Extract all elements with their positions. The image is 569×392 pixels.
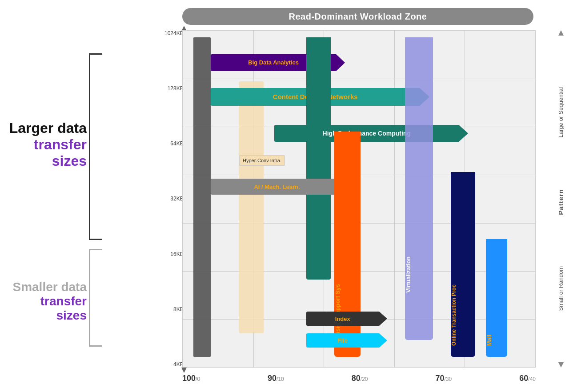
- x-axis: 100/0 90/10 80/20 70/30 60/40: [182, 374, 536, 383]
- right-axis-pattern-label: Pattern: [557, 189, 565, 215]
- right-axis-arrow-up: [558, 30, 564, 36]
- big-data-vert: [193, 37, 211, 357]
- mail-label: Mail: [486, 333, 507, 348]
- oltp-label: Online Transaction Proc: [451, 283, 476, 348]
- x-label-80: 80/20: [352, 374, 368, 383]
- bracket-small: [89, 249, 102, 347]
- main-container: Larger data transfer sizes Smaller data …: [0, 0, 569, 392]
- index-bar: Index: [306, 312, 387, 326]
- grid-container: Big Data Analytics Content Delivery Netw…: [182, 30, 536, 368]
- right-axis-arrow-down: [558, 362, 564, 368]
- smaller-data-line2: transfer sizes: [9, 294, 87, 323]
- x-label-70: 70/30: [436, 374, 452, 383]
- smaller-data-label: Smaller data transfer sizes: [9, 280, 87, 323]
- x-label-90: 90/10: [268, 374, 284, 383]
- hyper-conv-label: Hyper-Conv Infra.: [243, 158, 281, 163]
- smaller-data-line1: Smaller data: [9, 280, 87, 294]
- hyper-conv-vert: [239, 81, 264, 334]
- larger-data-label: Larger data transfer sizes: [9, 120, 87, 169]
- bracket-large: [89, 53, 102, 240]
- left-labels: Larger data transfer sizes Smaller data …: [0, 0, 142, 392]
- larger-data-line2: transfer sizes: [9, 136, 87, 169]
- ai-ml-label: AI / Mach. Learn.: [254, 184, 300, 190]
- right-axis-bottom-label: Small or Random: [557, 266, 564, 311]
- chart-area: Read-Dominant Workload Zone 1024KB 128KB…: [142, 0, 569, 392]
- hpc-arrow-tip: [459, 125, 468, 142]
- grid-h-1: [183, 79, 535, 79]
- hyper-conv-label-box: Hyper-Conv Infra.: [239, 155, 285, 166]
- file-bar: File: [306, 333, 387, 348]
- grid-v-3: [394, 31, 395, 367]
- index-arrow-tip: [379, 312, 387, 326]
- index-label: Index: [335, 316, 350, 322]
- big-data-label: Big Data Analytics: [248, 59, 299, 66]
- oltp-vert: Online Transaction Proc: [451, 172, 476, 357]
- larger-data-line1: Larger data: [9, 120, 87, 136]
- y-axis-arrow-down: [181, 368, 187, 373]
- hpc-vert: [306, 37, 331, 280]
- hpc-bar: High Performance Computing: [274, 125, 468, 142]
- virtualization-vert: Virtualization: [405, 37, 433, 340]
- mail-vert: Mail: [486, 239, 507, 357]
- zone-banner: Read-Dominant Workload Zone: [182, 8, 533, 25]
- big-data-arrow-tip: [336, 54, 345, 71]
- right-axis: Large or Sequential Pattern Small or Ran…: [557, 30, 565, 368]
- file-arrow-tip: [379, 333, 387, 348]
- x-label-60: 60/40: [519, 374, 536, 383]
- file-label: File: [338, 337, 348, 344]
- right-axis-top-label: Large or Sequential: [557, 87, 564, 137]
- x-label-100: 100/0: [182, 374, 200, 383]
- ai-ml-bar: AI / Mach. Learn.: [211, 179, 352, 195]
- zone-banner-text: Read-Dominant Workload Zone: [289, 12, 427, 22]
- virtualization-label: Virtualization: [405, 254, 433, 295]
